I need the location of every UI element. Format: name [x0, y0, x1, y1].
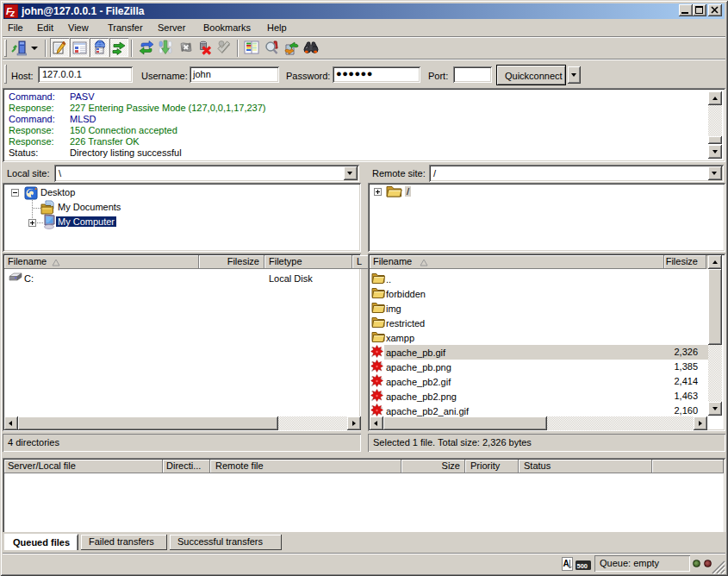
svg-text:z: z: [9, 9, 15, 18]
svg-text:500: 500: [577, 562, 588, 570]
